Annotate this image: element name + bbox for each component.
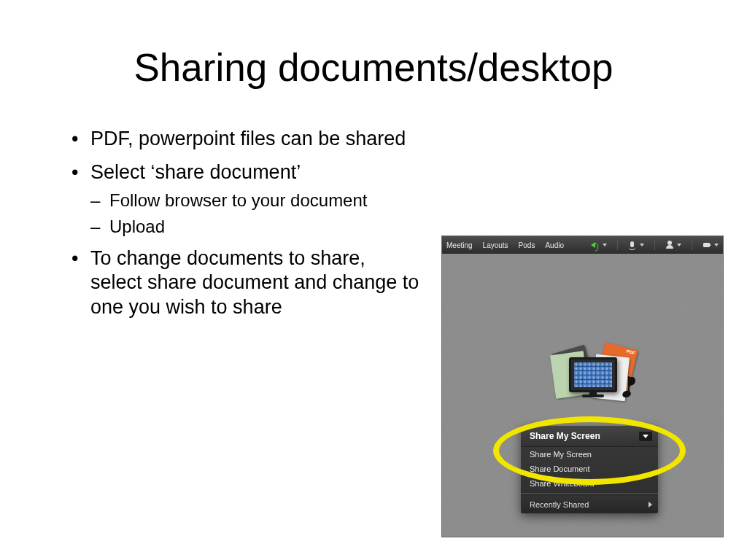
speaker-icon (591, 241, 600, 249)
bullet-text: Select ‘share document’ (90, 161, 301, 183)
bullet: To change documents to share, select sha… (70, 246, 420, 320)
share-dropdown-button[interactable]: Share My Screen (521, 426, 658, 447)
sub-bullet: Upload (90, 216, 420, 238)
bullet-text: PDF, powerpoint files can be shared (90, 128, 406, 149)
slide-body: PDF, powerpoint files can be shared Sele… (70, 127, 420, 329)
music-note-icon (619, 376, 632, 400)
bullet: PDF, powerpoint files can be shared (70, 127, 420, 152)
share-option-whiteboard[interactable]: Share Whiteboard (521, 476, 658, 491)
webcam-control[interactable] (665, 241, 681, 249)
app-toolbar: Meeting Layouts Pods Audio (442, 236, 723, 254)
recently-shared-submenu[interactable]: Recently Shared (521, 496, 658, 513)
bullet: Select ‘share document’ Follow browser t… (70, 160, 420, 238)
slide-title: Sharing documents/desktop (0, 45, 747, 90)
camera-control[interactable] (703, 241, 719, 249)
share-illustration (551, 344, 632, 410)
menu-separator (521, 493, 658, 494)
chevron-down-icon (677, 244, 681, 246)
bullet-text: To change documents to share, select sha… (90, 247, 419, 319)
monitor-icon (569, 357, 617, 392)
share-option-document[interactable]: Share Document (521, 462, 658, 476)
app-screenshot: Meeting Layouts Pods Audio Shar (441, 236, 724, 537)
chevron-down-icon (714, 244, 719, 246)
mic-control[interactable] (628, 241, 644, 249)
recently-shared-label: Recently Shared (530, 500, 589, 509)
sub-bullet: Follow browser to your document (90, 190, 420, 211)
share-dropdown: Share My Screen Share My Screen Share Do… (521, 426, 658, 513)
chevron-down-icon (640, 244, 644, 246)
slide: Sharing documents/desktop PDF, powerpoin… (0, 0, 747, 560)
chevron-down-icon (639, 432, 652, 441)
menu-pods[interactable]: Pods (519, 241, 535, 249)
mic-icon (628, 241, 637, 249)
share-option-screen[interactable]: Share My Screen (521, 447, 658, 462)
menu-audio[interactable]: Audio (545, 241, 564, 249)
menu-layouts[interactable]: Layouts (483, 241, 508, 249)
menu-meeting[interactable]: Meeting (446, 241, 473, 249)
share-dropdown-label: Share My Screen (530, 431, 600, 441)
chevron-down-icon (603, 244, 607, 246)
speaker-control[interactable] (591, 241, 607, 249)
person-icon (665, 241, 674, 249)
camera-icon (703, 241, 711, 249)
chevron-right-icon (649, 502, 652, 508)
